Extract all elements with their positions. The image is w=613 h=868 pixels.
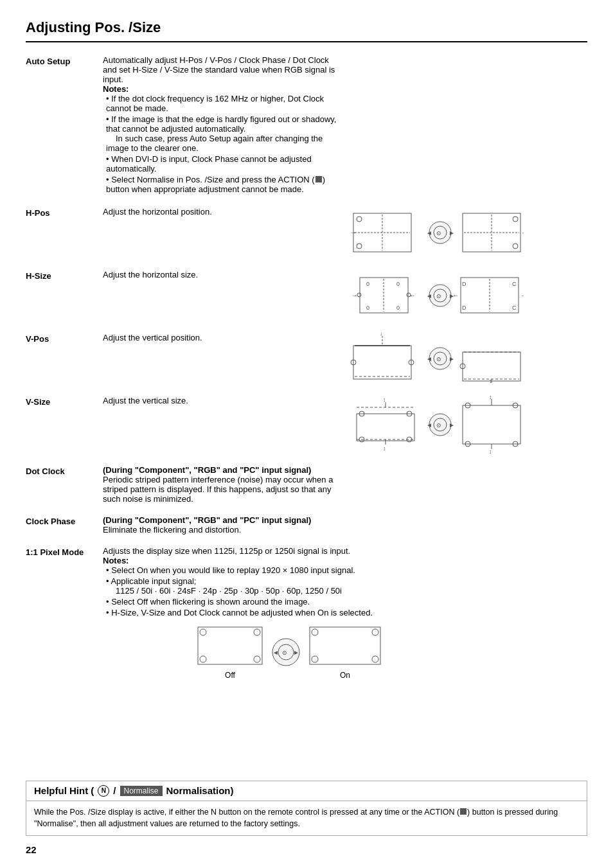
v-size-label: V-Size (26, 396, 103, 407)
v-pos-section: V-Pos Adjust the vertical position. ↕ (26, 333, 587, 384)
pixel-mode-bullet-2: Applicable input signal;1125 / 50i · 60i… (106, 576, 475, 596)
dot-clock-desc: (During "Component", "RGB" and "PC" inpu… (103, 465, 347, 504)
svg-text:►: ► (449, 229, 455, 236)
svg-rect-52 (463, 352, 520, 381)
svg-text:←: ← (452, 292, 459, 299)
svg-text:↕: ↕ (380, 333, 383, 337)
svg-text:0: 0 (366, 305, 369, 311)
svg-text:→: → (521, 229, 524, 236)
v-pos-label: V-Pos (26, 333, 103, 344)
h-size-diagram: 0 0 0 0 → ← ⊙ ◄ ► (347, 270, 527, 321)
svg-rect-59 (357, 414, 414, 441)
svg-text:◄: ◄ (272, 649, 279, 656)
svg-text:0: 0 (396, 305, 400, 311)
svg-text:⊙: ⊙ (436, 356, 441, 362)
clock-phase-label: Clock Phase (26, 515, 103, 526)
auto-setup-bullet-3: When DVI-D is input, Clock Phase cannot … (106, 154, 341, 173)
svg-text:►: ► (293, 649, 299, 656)
svg-text:►: ► (449, 355, 455, 362)
hint-header: Helpful Hint ( N / Normalise Normalisati… (26, 781, 587, 801)
svg-text:→: → (350, 229, 357, 236)
svg-text:→: → (351, 292, 358, 299)
pixel-off-container: Off (195, 624, 265, 680)
pixel-mode-bullet-3: Select Off when flickering is shown arou… (106, 597, 475, 607)
pixel-mode-content: Adjusts the display size when 1125i, 112… (103, 546, 475, 680)
auto-setup-bullets: If the dot clock frequency is 162 MHz or… (106, 94, 341, 194)
svg-text:◄: ◄ (426, 355, 432, 362)
hint-body-text: While the Pos. /Size display is active, … (34, 808, 558, 829)
svg-point-94 (312, 629, 318, 635)
svg-text:⊙: ⊙ (436, 230, 441, 236)
svg-text:►: ► (449, 421, 455, 429)
svg-point-96 (312, 656, 318, 662)
pixel-on-svg (306, 624, 384, 669)
h-pos-diagram: → ⊙ ◄ ► → (347, 207, 527, 258)
h-pos-desc: Adjust the horizontal position. (103, 207, 347, 217)
svg-rect-93 (310, 627, 380, 664)
svg-text:↕: ↕ (383, 445, 386, 452)
h-size-section: H-Size Adjust the horizontal size. 0 0 0… (26, 270, 587, 321)
svg-point-87 (254, 656, 260, 662)
svg-point-1 (357, 217, 362, 222)
dot-clock-label: Dot Clock (26, 465, 103, 476)
pixel-mode-desc: Adjusts the display size when 1125i, 112… (103, 546, 475, 617)
v-size-diagram: ↕ ↕ ⊙ ◄ ► ↕ (347, 396, 527, 454)
page-title: Adjusting Pos. /Size (26, 19, 587, 42)
hint-body: While the Pos. /Size display is active, … (26, 801, 587, 836)
pixel-off-label: Off (195, 671, 265, 680)
svg-text:◄: ◄ (426, 421, 432, 429)
svg-text:↕: ↕ (383, 396, 386, 403)
dot-clock-body: Periodic striped pattern interference (n… (103, 475, 333, 504)
pixel-mode-bullet-1: Select On when you would like to replay … (106, 565, 475, 575)
n-button-icon: N (98, 785, 109, 797)
auto-setup-section: Auto Setup Automatically adjust H-Pos / … (26, 55, 587, 195)
dot-clock-subtitle: (During "Component", "RGB" and "PC" inpu… (103, 465, 311, 475)
svg-rect-83 (198, 627, 262, 664)
svg-text:⊙: ⊙ (282, 650, 287, 656)
pixel-mode-label: 1:1 Pixel Mode (26, 546, 103, 557)
pixel-mode-notes: Notes: (103, 556, 129, 565)
page: Adjusting Pos. /Size Auto Setup Automati… (0, 0, 613, 868)
svg-point-85 (254, 629, 260, 635)
helpful-hint-section: Helpful Hint ( N / Normalise Normalisati… (26, 781, 587, 837)
svg-point-86 (200, 656, 206, 662)
h-pos-section: H-Pos Adjust the horizontal position. → … (26, 207, 587, 258)
svg-text:◄: ◄ (426, 229, 432, 236)
clock-phase-body: Eliminate the flickering and distortion. (103, 525, 241, 535)
normalise-badge: Normalise (120, 786, 163, 796)
svg-point-95 (372, 629, 378, 635)
svg-text:⊙: ⊙ (436, 293, 441, 299)
hint-slash: / (113, 785, 116, 796)
auto-setup-label: Auto Setup (26, 55, 103, 66)
svg-text:↕: ↕ (489, 396, 492, 400)
svg-text:→: → (520, 292, 524, 299)
svg-text:0: 0 (366, 281, 369, 287)
auto-setup-desc: Automatically adjust H-Pos / V-Pos / Clo… (103, 55, 347, 195)
svg-point-14 (513, 217, 518, 222)
auto-setup-bullet-1: If the dot clock frequency is 162 MHz or… (106, 94, 341, 113)
auto-setup-bullet-2: If the image is that the edge is hardly … (106, 114, 341, 153)
pixel-mode-bullet-4: H-Size, V-Size and Dot Clock cannot be a… (106, 608, 475, 617)
v-size-section: V-Size Adjust the vertical size. ↕ ↕ (26, 396, 587, 454)
svg-text:C: C (512, 281, 517, 287)
v-size-desc: Adjust the vertical size. (103, 396, 347, 405)
svg-text:↕: ↕ (489, 378, 492, 384)
clock-phase-section: Clock Phase (During "Component", "RGB" a… (26, 515, 587, 535)
pixel-mode-section: 1:1 Pixel Mode Adjusts the display size … (26, 546, 587, 680)
dot-clock-section: Dot Clock (During "Component", "RGB" and… (26, 465, 587, 504)
pixel-on-label: On (306, 671, 384, 680)
h-size-label: H-Size (26, 270, 103, 281)
auto-setup-notes-label: Notes: (103, 84, 129, 94)
action-icon-2 (460, 808, 466, 815)
h-size-desc: Adjust the horizontal size. (103, 270, 347, 279)
svg-text:D: D (462, 305, 466, 311)
page-number: 22 (26, 844, 37, 855)
v-pos-svg: ↕ ⊙ ◄ ► (350, 333, 524, 384)
pixel-mode-bullets: Select On when you would like to replay … (106, 565, 475, 617)
pixel-off-svg (195, 624, 265, 669)
svg-text:↕: ↕ (489, 448, 492, 454)
clock-phase-subtitle: (During "Component", "RGB" and "PC" inpu… (103, 515, 311, 525)
svg-rect-74 (463, 405, 520, 444)
clock-phase-desc: (During "Component", "RGB" and "PC" inpu… (103, 515, 347, 535)
h-pos-label: H-Pos (26, 207, 103, 218)
